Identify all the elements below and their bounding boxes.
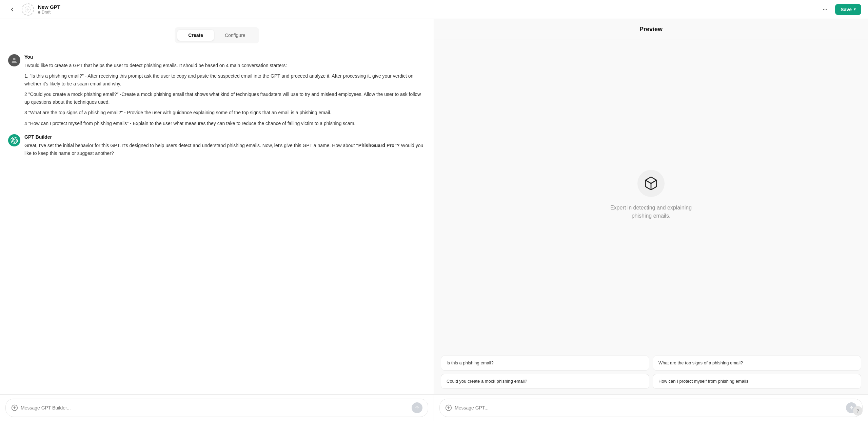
preview-header: Preview [434,19,868,40]
preview-message-input[interactable] [455,405,843,410]
starter-button-4[interactable]: How can I protect myself from phishing e… [653,374,861,389]
gpt-message-content-1: GPT Builder Great, I've set the initial … [24,134,426,157]
preview-input-wrapper [439,399,863,417]
gpt-sender-label: GPT Builder [24,134,426,140]
main-content: Create Configure You I would like to cre… [0,19,868,421]
save-button[interactable]: Save ▾ [835,4,861,15]
user-avatar [8,54,20,66]
gpt-message-1: GPT Builder Great, I've set the initial … [8,134,426,157]
preview-input-area [434,394,868,421]
gpt-status: Draft [38,10,60,15]
bold-name: "PhishGuard Pro"? [356,143,399,148]
preview-content: Expert in detecting and explaining phish… [434,40,868,350]
user-sender-label: You [24,54,426,60]
gpt-message-text-1: Great, I've set the initial behavior for… [24,142,426,157]
gpt-preview-icon [637,170,665,197]
gpt-info: New GPT Draft [38,4,60,15]
save-chevron-icon: ▾ [854,7,856,12]
left-message-input[interactable] [21,405,409,410]
starters-grid: Is this a phishing email? What are the t… [434,350,868,394]
preview-attach-button[interactable] [445,404,452,411]
chat-area: You I would like to create a GPT that he… [0,47,434,394]
more-options-button[interactable]: ··· [819,3,831,16]
gpt-builder-avatar [8,134,20,146]
starter-button-2[interactable]: What are the top signs of a phishing ema… [653,356,861,370]
help-button[interactable]: ? [853,406,863,416]
app-header: New GPT Draft ··· Save ▾ [0,0,868,19]
back-button[interactable] [7,4,18,15]
header-left: New GPT Draft [7,3,60,16]
gpt-avatar [22,3,34,16]
tabs-wrapper: Create Configure [0,19,434,47]
left-input-area [0,394,434,421]
gpt-preview-description: Expert in detecting and explaining phish… [600,204,702,220]
preview-title: Preview [639,26,663,33]
starter-button-3[interactable]: Could you create a mock phishing email? [441,374,649,389]
right-panel: Preview Expert in detecting and explaini… [434,19,868,421]
tab-create[interactable]: Create [177,30,214,41]
gpt-name: New GPT [38,4,60,10]
attach-button[interactable] [11,404,18,411]
starter-button-1[interactable]: Is this a phishing email? [441,356,649,370]
left-send-button[interactable] [412,402,422,413]
tab-configure[interactable]: Configure [214,30,256,41]
svg-point-3 [13,58,15,60]
user-message-1: You I would like to create a GPT that he… [8,54,426,127]
user-message-text-1: I would like to create a GPT that helps … [24,62,426,127]
draft-dot-icon [38,11,40,14]
user-message-content-1: You I would like to create a GPT that he… [24,54,426,127]
header-right: ··· Save ▾ [819,3,861,16]
tab-container: Create Configure [175,27,259,43]
left-panel: Create Configure You I would like to cre… [0,19,434,421]
left-input-wrapper [5,399,428,417]
svg-point-0 [25,6,31,12]
